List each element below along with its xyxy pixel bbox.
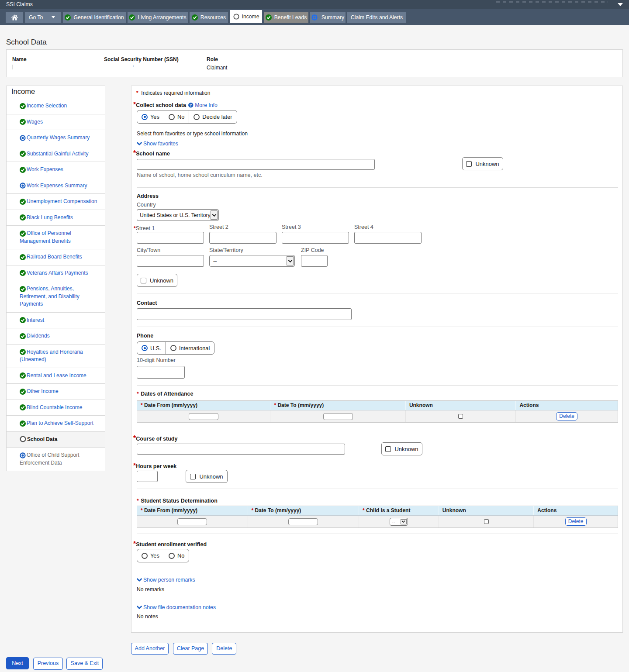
svg-text:?: ? <box>190 103 192 107</box>
